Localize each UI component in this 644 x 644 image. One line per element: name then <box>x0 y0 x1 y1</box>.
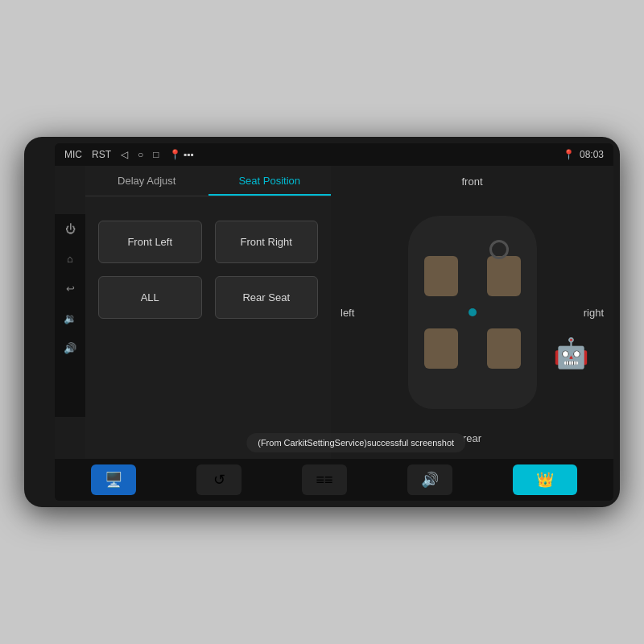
tab-delay-adjust[interactable]: Delay Adjust <box>85 166 208 196</box>
left-sidebar: ⏻ ⌂ ↩ 🔉 🔊 <box>55 214 85 417</box>
robot-icon: 🤖 <box>553 336 589 370</box>
location-icon: 📍 <box>563 149 575 160</box>
dir-left-label: left <box>341 307 354 319</box>
all-button[interactable]: ALL <box>98 276 202 319</box>
volume-icon: 🔊 <box>421 471 439 489</box>
bottom-btn-eq[interactable]: ≡≡ <box>302 464 347 495</box>
status-icons: 📍 ▪▪▪ <box>169 149 194 160</box>
volume-down-icon[interactable]: 🔉 <box>61 310 79 327</box>
seat-front-left <box>424 256 458 296</box>
front-left-button[interactable]: Front Left <box>98 221 202 263</box>
device-frame: MIC RST ◁ ○ □ 📍 ▪▪▪ 📍 08:03 ⏻ ⌂ ↩ 🔉 🔊 <box>24 137 620 507</box>
seat-rear-right <box>487 328 521 369</box>
status-left: MIC RST ◁ ○ □ 📍 ▪▪▪ <box>64 149 194 160</box>
viz-area: front rear left right 🤖 <box>331 166 613 459</box>
bottom-btn-screen[interactable]: 🖥️ <box>91 464 136 495</box>
dir-rear-label: rear <box>463 432 481 444</box>
seat-rear-left <box>424 328 458 369</box>
status-right: 📍 08:03 <box>563 149 604 160</box>
rear-seat-button[interactable]: Rear Seat <box>215 276 319 319</box>
bottom-btn-refresh[interactable]: ↺ <box>196 464 242 495</box>
tabs-row: Delay Adjust Seat Position <box>85 166 331 196</box>
center-indicator <box>469 308 477 316</box>
bottom-btn-volume[interactable]: 🔊 <box>407 464 452 495</box>
refresh-icon: ↺ <box>213 471 225 489</box>
crown-icon: 👑 <box>536 471 554 489</box>
tab-seat-position[interactable]: Seat Position <box>208 166 332 196</box>
front-right-button[interactable]: Front Right <box>215 221 319 263</box>
eq-icon: ≡≡ <box>316 472 332 489</box>
recent-nav-icon[interactable]: □ <box>153 149 159 160</box>
bottom-bar: 🖥️ ↺ ≡≡ 🔊 👑 <box>55 459 613 501</box>
dir-front-label: front <box>461 175 482 188</box>
back-icon[interactable]: ↩ <box>64 280 77 297</box>
power-icon[interactable]: ⏻ <box>63 221 78 237</box>
volume-up-icon[interactable]: 🔊 <box>61 340 79 357</box>
home-nav-icon[interactable]: ○ <box>138 149 143 160</box>
mic-label: MIC <box>64 149 82 160</box>
back-nav-icon[interactable]: ◁ <box>121 149 128 160</box>
screen: MIC RST ◁ ○ □ 📍 ▪▪▪ 📍 08:03 ⏻ ⌂ ↩ 🔉 🔊 <box>55 143 613 501</box>
seat-buttons-grid: Front Left Front Right ALL Rear Seat <box>85 204 331 335</box>
main-content: ⏻ ⌂ ↩ 🔉 🔊 Delay Adjust Seat Position Fr <box>55 166 613 459</box>
dir-right-label: right <box>584 307 604 319</box>
car-top-view <box>408 216 537 409</box>
home-icon[interactable]: ⌂ <box>64 250 76 267</box>
status-bar: MIC RST ◁ ○ □ 📍 ▪▪▪ 📍 08:03 <box>55 143 613 166</box>
rst-label: RST <box>92 149 111 160</box>
toast-notification: (From CarkitSettingService)successful sc… <box>246 433 465 452</box>
time-display: 08:03 <box>580 149 604 160</box>
settings-panel: Delay Adjust Seat Position Front Left Fr… <box>85 166 331 459</box>
steering-wheel <box>489 240 509 259</box>
seat-front-right <box>487 256 521 296</box>
bottom-btn-crown[interactable]: 👑 <box>513 464 577 495</box>
screen-icon: 🖥️ <box>105 471 122 489</box>
